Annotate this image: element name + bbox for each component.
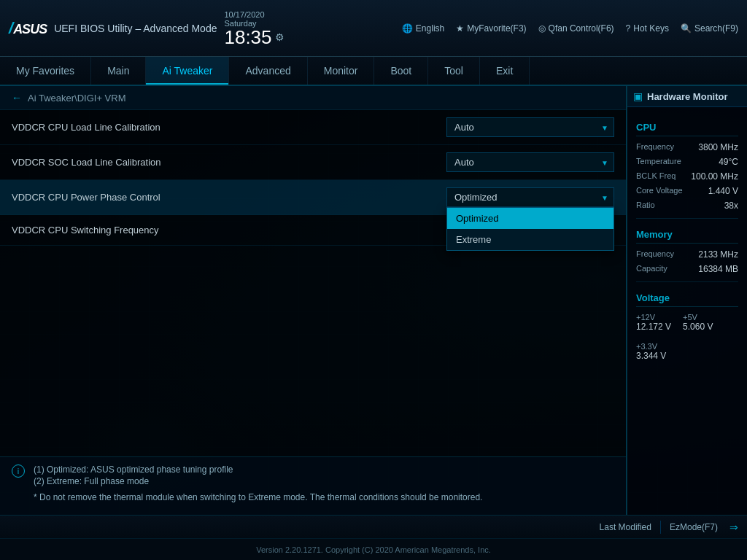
nav-item-exit[interactable]: Exit (480, 57, 530, 85)
hw-label-ratio: Ratio (636, 201, 655, 211)
content-area: ← Ai Tweaker\DIGI+ VRM VDDCR CPU Load Li… (0, 86, 627, 515)
vddcr-cpu-power-control: Optimized Optimized Extreme (446, 187, 614, 207)
breadcrumb: ← Ai Tweaker\DIGI+ VRM (0, 86, 626, 110)
nav-item-boot[interactable]: Boot (374, 57, 428, 85)
hw-value-mem-freq: 2133 MHz (698, 249, 738, 260)
voltage-value-12v: 12.172 V (636, 322, 671, 332)
voltage-label-33v: +3.3V (636, 342, 738, 351)
hw-label-mem-capacity: Capacity (636, 264, 667, 274)
breadcrumb-back-arrow[interactable]: ← (12, 92, 22, 104)
bios-title: UEFI BIOS Utility – Advanced Mode (54, 23, 217, 34)
voltage-item-12v: +12V 12.172 V (636, 313, 671, 332)
my-favorite-button[interactable]: ★ MyFavorite(F3) (456, 23, 526, 34)
hotkeys-icon: ? (626, 23, 631, 34)
hw-value-core-voltage: 1.440 V (708, 186, 738, 196)
hw-label-cpu-freq: Frequency (636, 142, 674, 152)
info-warning: * Do not remove the thermal module when … (34, 492, 482, 502)
nav-bar: My Favorites Main Ai Tweaker Advanced Mo… (0, 57, 747, 86)
hw-row-core-voltage: Core Voltage 1.440 V (636, 186, 738, 196)
time-settings-icon[interactable]: ⚙ (275, 32, 285, 42)
info-area: i (1) Optimized: ASUS optimized phase tu… (0, 456, 626, 515)
time-display: 18:35 ⚙ (224, 28, 284, 47)
hw-label-mem-freq: Frequency (636, 249, 674, 260)
breadcrumb-path: Ai Tweaker\DIGI+ VRM (28, 93, 126, 104)
nav-item-my-favorites[interactable]: My Favorites (0, 57, 91, 85)
hw-value-bclk: 100.00 MHz (691, 171, 738, 182)
hw-row-ratio: Ratio 38x (636, 201, 738, 211)
info-line-2: (2) Extreme: Full phase mode (34, 476, 482, 486)
nav-item-tool[interactable]: Tool (428, 57, 480, 85)
right-panel: ▣ Hardware Monitor CPU Frequency 3800 MH… (627, 86, 747, 515)
info-line-1: (1) Optimized: ASUS optimized phase tuni… (34, 464, 482, 475)
time-area: 10/17/2020Saturday 18:35 ⚙ (224, 10, 284, 47)
language-icon: 🌐 (402, 23, 413, 34)
setting-row-vddcr-soc-load: VDDCR SOC Load Line Calibration Auto (0, 145, 626, 180)
hw-value-cpu-freq: 3800 MHz (698, 142, 738, 152)
hw-row-cpu-freq: Frequency 3800 MHz (636, 142, 738, 152)
hw-section-memory: Memory Frequency 2133 MHz Capacity 16384… (636, 226, 738, 274)
voltage-label-12v: +12V (636, 313, 671, 322)
footer-text: Version 2.20.1271. Copyright (C) 2020 Am… (256, 545, 491, 554)
ez-mode-button[interactable]: EzMode(F7) (661, 522, 727, 532)
qfan-icon: ◎ (538, 23, 546, 34)
vddcr-cpu-power-dropdown-popup: Optimized Extreme (446, 207, 614, 251)
footer: Version 2.20.1271. Copyright (C) 2020 Am… (0, 538, 747, 560)
setting-label-vddcr-cpu-load: VDDCR CPU Load Line Calibration (12, 122, 446, 133)
main-layout: ← Ai Tweaker\DIGI+ VRM VDDCR CPU Load Li… (0, 86, 747, 515)
language-button[interactable]: 🌐 English (402, 23, 444, 34)
dropdown-option-extreme[interactable]: Extreme (447, 229, 614, 250)
hw-label-bclk: BCLK Freq (636, 171, 676, 182)
hw-label-cpu-temp: Temperature (636, 157, 681, 167)
nav-item-monitor[interactable]: Monitor (308, 57, 375, 85)
voltage-label-5v: +5V (683, 313, 713, 322)
vddcr-soc-load-dropdown[interactable]: Auto (446, 152, 614, 172)
setting-label-vddcr-cpu-power: VDDCR CPU Power Phase Control (12, 192, 446, 203)
hw-row-cpu-temp: Temperature 49°C (636, 157, 738, 167)
hw-value-cpu-temp: 49°C (719, 157, 738, 167)
setting-row-vddcr-cpu-power: VDDCR CPU Power Phase Control Optimized … (0, 180, 626, 215)
asus-logo: /ASUS (9, 19, 47, 38)
hw-divider-1 (636, 218, 738, 219)
vddcr-cpu-power-dropdown[interactable]: Optimized (446, 187, 614, 207)
hw-monitor-content: CPU Frequency 3800 MHz Temperature 49°C … (627, 107, 747, 515)
nav-item-advanced[interactable]: Advanced (229, 57, 307, 85)
hotkeys-button[interactable]: ? Hot Keys (626, 23, 669, 34)
search-button[interactable]: 🔍 Search(F9) (681, 23, 738, 34)
setting-row-vddcr-cpu-load: VDDCR CPU Load Line Calibration Auto (0, 110, 626, 145)
hw-divider-2 (636, 281, 738, 282)
info-text-block: (1) Optimized: ASUS optimized phase tuni… (34, 464, 482, 502)
header-controls: 🌐 English ★ MyFavorite(F3) ◎ Qfan Contro… (402, 23, 738, 34)
voltage-value-5v: 5.060 V (683, 322, 713, 332)
last-modified-button[interactable]: Last Modified (591, 522, 660, 532)
hw-section-voltage: Voltage +12V 12.172 V +5V 5.060 V +3.3V … (636, 289, 738, 361)
setting-label-vddcr-soc-load: VDDCR SOC Load Line Calibration (12, 157, 446, 168)
hw-section-memory-title: Memory (636, 226, 738, 244)
hw-section-cpu-title: CPU (636, 119, 738, 136)
date-display: 10/17/2020Saturday (224, 10, 264, 28)
search-icon: 🔍 (681, 23, 692, 34)
vddcr-soc-load-dropdown-wrapper: Auto (446, 152, 614, 172)
hw-monitor-icon: ▣ (633, 90, 643, 102)
vddcr-cpu-power-dropdown-wrapper: Optimized (446, 187, 614, 207)
settings-list: VDDCR CPU Load Line Calibration Auto VDD… (0, 110, 626, 456)
hw-monitor-title: Hardware Monitor (647, 91, 728, 102)
info-content: i (1) Optimized: ASUS optimized phase tu… (12, 464, 614, 502)
nav-item-ai-tweaker[interactable]: Ai Tweaker (146, 57, 229, 85)
hw-section-voltage-title: Voltage (636, 289, 738, 307)
qfan-button[interactable]: ◎ Qfan Control(F6) (538, 23, 614, 34)
hw-section-cpu: CPU Frequency 3800 MHz Temperature 49°C … (636, 119, 738, 211)
voltage-item-5v: +5V 5.060 V (683, 313, 713, 332)
hw-row-bclk: BCLK Freq 100.00 MHz (636, 171, 738, 182)
hw-row-mem-capacity: Capacity 16384 MB (636, 264, 738, 274)
voltage-item-33v: +3.3V 3.344 V (636, 342, 738, 361)
info-icon: i (12, 464, 25, 478)
header: /ASUS UEFI BIOS Utility – Advanced Mode … (0, 0, 747, 57)
favorite-icon: ★ (456, 23, 464, 34)
dropdown-option-optimized[interactable]: Optimized (447, 208, 614, 229)
logo-area: /ASUS UEFI BIOS Utility – Advanced Mode (9, 19, 217, 38)
hw-label-core-voltage: Core Voltage (636, 186, 683, 196)
vddcr-cpu-load-dropdown[interactable]: Auto (446, 117, 614, 137)
ez-mode-arrow-icon: ⇒ (729, 521, 738, 533)
nav-item-main[interactable]: Main (91, 57, 146, 85)
voltage-value-33v: 3.344 V (636, 351, 738, 361)
